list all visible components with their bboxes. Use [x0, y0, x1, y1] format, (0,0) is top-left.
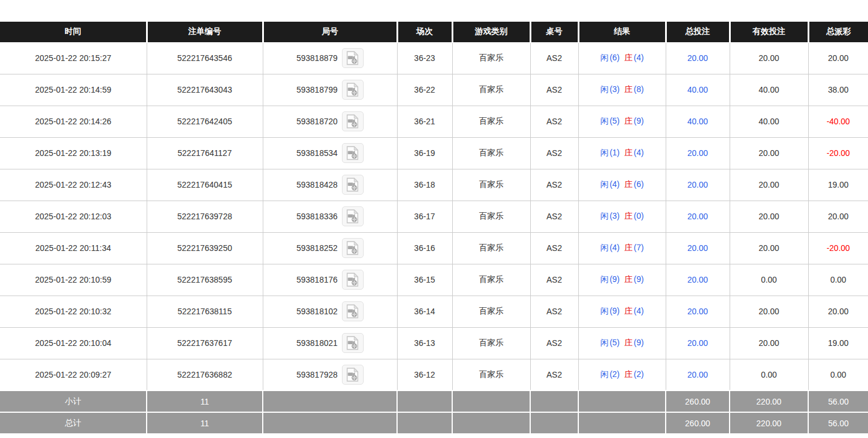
total-bet-cell[interactable]: 20.00	[666, 201, 730, 232]
total-bet-cell[interactable]: 20.00	[666, 137, 730, 169]
session-cell: 36-13	[397, 327, 452, 359]
bet-number-cell: 522217638115	[147, 296, 263, 327]
banker-label: 庄	[624, 369, 633, 379]
payout-cell: -20.00	[808, 137, 868, 169]
total-bet-amount[interactable]: 40.00	[687, 85, 708, 94]
table-row: 2025-01-22 20:13:19 522217641127 5938185…	[0, 137, 868, 169]
total-bet-cell[interactable]: 20.00	[666, 296, 730, 327]
video-replay-icon	[346, 51, 359, 65]
banker-label: 庄	[624, 306, 633, 315]
summary-empty-cell	[452, 412, 530, 434]
total-bet-amount[interactable]: 40.00	[687, 117, 708, 126]
total-bet-cell[interactable]: 40.00	[666, 106, 730, 137]
total-bet-amount[interactable]: 20.00	[687, 307, 708, 316]
table-row: 2025-01-22 20:11:34 522217639250 5938182…	[0, 232, 868, 264]
total-bet-cell[interactable]: 20.00	[666, 42, 730, 74]
bet-number-cell: 522217639728	[147, 201, 263, 232]
banker-score: (9)	[633, 338, 645, 347]
banker-label: 庄	[624, 274, 633, 284]
valid-bet-cell: 20.00	[730, 42, 808, 74]
total-bet-amount[interactable]: 20.00	[687, 370, 708, 379]
player-label: 闲	[599, 148, 609, 157]
player-label: 闲	[599, 179, 609, 189]
payout-cell: 20.00	[808, 42, 868, 74]
result-cell: 闲(1)庄(4)	[578, 137, 666, 169]
total-bet-cell[interactable]: 20.00	[666, 264, 730, 296]
result-cell: 闲(6)庄(4)	[578, 42, 666, 74]
video-replay-button[interactable]	[342, 143, 364, 163]
column-header: 有效投注	[730, 22, 808, 42]
round-number: 593818336	[296, 212, 337, 221]
bet-number-cell: 522217640415	[147, 169, 263, 201]
table-number-cell: AS2	[530, 201, 578, 232]
payout-cell: 38.00	[808, 74, 868, 106]
video-replay-button[interactable]	[342, 206, 364, 226]
video-replay-button[interactable]	[342, 111, 364, 131]
total-bet-amount[interactable]: 20.00	[687, 243, 708, 253]
bet-number-cell: 522217641127	[147, 137, 263, 169]
time-cell: 2025-01-22 20:09:27	[0, 359, 147, 391]
result-cell: 闲(9)庄(9)	[578, 264, 666, 296]
total-bet-cell[interactable]: 20.00	[666, 327, 730, 359]
round-number: 593818252	[296, 243, 337, 253]
player-score: (4)	[609, 179, 620, 189]
round-number-cell: 593818720	[263, 106, 397, 137]
video-replay-button[interactable]	[342, 175, 364, 195]
round-number: 593818879	[296, 53, 337, 63]
total-bet-cell[interactable]: 20.00	[666, 232, 730, 264]
summary-valid-bet: 220.00	[730, 391, 808, 412]
session-cell: 36-15	[397, 264, 452, 296]
session-cell: 36-14	[397, 296, 452, 327]
banker-label: 庄	[624, 211, 633, 220]
valid-bet-cell: 20.00	[730, 137, 808, 169]
valid-bet-cell: 20.00	[730, 169, 808, 201]
column-header: 注单编号	[147, 22, 263, 42]
total-bet-cell[interactable]: 20.00	[666, 359, 730, 391]
summary-payout: 56.00	[808, 412, 868, 434]
table-number-cell: AS2	[530, 169, 578, 201]
result-cell: 闲(4)庄(6)	[578, 169, 666, 201]
banker-score: (4)	[633, 53, 645, 62]
video-replay-button[interactable]	[342, 365, 364, 385]
video-replay-button[interactable]	[342, 270, 364, 290]
summary-row: 总计 11 260.00 220.00 56.00	[0, 412, 868, 434]
payout-cell: 0.00	[808, 264, 868, 296]
game-type-cell: 百家乐	[452, 74, 530, 106]
table-row: 2025-01-22 20:12:03 522217639728 5938183…	[0, 201, 868, 232]
video-replay-button[interactable]	[342, 301, 364, 321]
video-replay-icon	[346, 241, 359, 255]
total-bet-cell[interactable]: 40.00	[666, 74, 730, 106]
video-replay-icon	[346, 368, 359, 382]
video-replay-icon	[346, 273, 359, 287]
time-cell: 2025-01-22 20:12:43	[0, 169, 147, 201]
valid-bet-cell: 20.00	[730, 201, 808, 232]
session-cell: 36-12	[397, 359, 452, 391]
result-cell: 闲(3)庄(0)	[578, 201, 666, 232]
summary-payout: 56.00	[808, 391, 868, 412]
total-bet-cell[interactable]: 20.00	[666, 169, 730, 201]
player-label: 闲	[599, 306, 609, 315]
table-row: 2025-01-22 20:14:59 522217643043 5938187…	[0, 74, 868, 106]
player-score: (3)	[609, 84, 620, 94]
player-score: (9)	[609, 306, 620, 315]
column-header: 游戏类别	[452, 22, 530, 42]
total-bet-amount[interactable]: 20.00	[687, 180, 708, 189]
game-type-cell: 百家乐	[452, 169, 530, 201]
table-number-cell: AS2	[530, 296, 578, 327]
total-bet-amount[interactable]: 20.00	[687, 53, 708, 63]
banker-label: 庄	[624, 53, 633, 62]
total-bet-amount[interactable]: 20.00	[687, 148, 708, 158]
total-bet-amount[interactable]: 20.00	[687, 212, 708, 221]
banker-score: (0)	[633, 211, 645, 220]
table-row: 2025-01-22 20:09:27 522217636882 5938179…	[0, 359, 868, 391]
total-bet-amount[interactable]: 20.00	[687, 275, 708, 284]
payout-cell: 20.00	[808, 201, 868, 232]
total-bet-amount[interactable]: 20.00	[687, 338, 708, 348]
video-replay-button[interactable]	[342, 80, 364, 100]
banker-score: (9)	[633, 274, 645, 284]
result-cell: 闲(5)庄(9)	[578, 327, 666, 359]
video-replay-button[interactable]	[342, 238, 364, 258]
video-replay-button[interactable]	[342, 48, 364, 68]
video-replay-button[interactable]	[342, 333, 364, 353]
table-row: 2025-01-22 20:10:32 522217638115 5938181…	[0, 296, 868, 327]
